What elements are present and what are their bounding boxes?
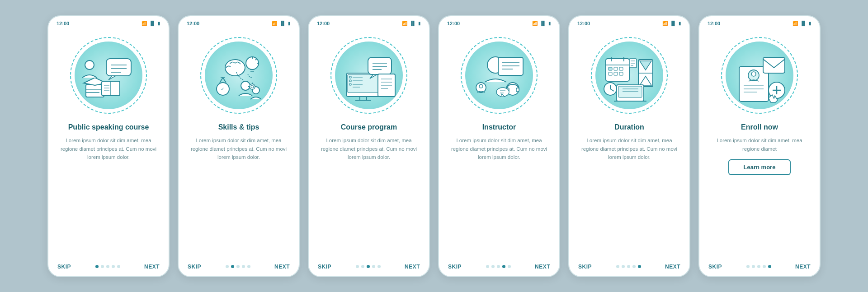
illustration-6 bbox=[717, 28, 802, 123]
skip-button-5[interactable]: SKIP bbox=[578, 264, 592, 270]
dot-2-2 bbox=[236, 265, 240, 268]
svg-point-94 bbox=[751, 72, 756, 76]
status-icons-1: 📶 ▐▌ ▮ bbox=[142, 21, 160, 26]
phone-body-4: Lorem ipsum dolor sit dim amet, mea regi… bbox=[448, 136, 550, 161]
wifi-icon: 📶 bbox=[272, 21, 277, 26]
dot-3-0 bbox=[356, 265, 359, 268]
next-button-4[interactable]: NEXT bbox=[535, 264, 550, 270]
illustration-5 bbox=[586, 28, 672, 123]
phone-content-2: Skills & tips Lorem ipsum dolor sit dim … bbox=[179, 123, 299, 258]
signal-icon: ▐▌ bbox=[410, 21, 416, 26]
skip-button-3[interactable]: SKIP bbox=[318, 264, 331, 270]
wifi-icon: 📶 bbox=[142, 21, 147, 26]
signal-icon: ▐▌ bbox=[540, 21, 546, 26]
phone-title-6: Enroll now bbox=[741, 123, 778, 132]
status-time-3: 12:00 bbox=[317, 21, 330, 26]
phone-content-5: Duration Lorem ipsum dolor sit dim amet,… bbox=[569, 123, 689, 258]
illustration-3 bbox=[326, 28, 412, 123]
signal-icon: ▐▌ bbox=[279, 21, 286, 26]
battery-icon: ▮ bbox=[548, 21, 551, 26]
phone-footer-5: SKIP NEXT bbox=[569, 258, 689, 276]
wifi-icon: 📶 bbox=[402, 21, 407, 26]
phone-body-2: Lorem ipsum dolor sit dim amet, mea regi… bbox=[188, 136, 290, 161]
phone-title-2: Skills & tips bbox=[218, 123, 259, 132]
status-time-2: 12:00 bbox=[187, 21, 199, 26]
status-icons-3: 📶 ▐▌ ▮ bbox=[402, 21, 421, 26]
dot-5-2 bbox=[627, 265, 630, 268]
dot-4-4 bbox=[508, 265, 511, 268]
pagination-dots-6 bbox=[746, 265, 771, 268]
dot-4-2 bbox=[497, 265, 500, 268]
status-time-5: 12:00 bbox=[577, 21, 590, 26]
phone-title-3: Course program bbox=[341, 123, 397, 132]
phone-4: 12:00 📶 ▐▌ ▮ bbox=[438, 15, 560, 277]
dot-2-0 bbox=[226, 265, 229, 268]
pagination-dots-2 bbox=[226, 265, 250, 268]
phone-6: 12:00 📶 ▐▌ ▮ bbox=[698, 15, 821, 277]
status-icons-2: 📶 ▐▌ ▮ bbox=[272, 21, 291, 26]
next-button-2[interactable]: NEXT bbox=[274, 264, 290, 270]
svg-rect-33 bbox=[348, 74, 379, 93]
phone-footer-4: SKIP NEXT bbox=[439, 258, 559, 276]
dot-3-4 bbox=[377, 265, 381, 268]
dot-2-4 bbox=[247, 265, 250, 268]
dot-2-3 bbox=[242, 265, 245, 268]
dot-3-3 bbox=[372, 265, 375, 268]
enroll-icon bbox=[723, 42, 796, 114]
phone-footer-1: SKIP NEXT bbox=[48, 258, 169, 276]
wifi-icon: 📶 bbox=[662, 21, 668, 26]
battery-icon: ▮ bbox=[288, 21, 291, 26]
phone-1: 12:00 📶 ▐▌ ▮ bbox=[47, 15, 170, 277]
status-icons-5: 📶 ▐▌ ▮ bbox=[662, 21, 681, 26]
skip-button-6[interactable]: SKIP bbox=[708, 264, 722, 270]
wifi-icon: 📶 bbox=[532, 21, 538, 26]
phone-footer-6: SKIP NEXT bbox=[699, 258, 820, 276]
signal-icon: ▐▌ bbox=[149, 21, 156, 26]
svg-rect-55 bbox=[498, 57, 523, 75]
skip-button-2[interactable]: SKIP bbox=[188, 264, 201, 270]
next-button-6[interactable]: NEXT bbox=[795, 264, 811, 270]
signal-icon: ▐▌ bbox=[800, 21, 807, 26]
phone-body-3: Lorem ipsum dolor sit dim amet, mea regi… bbox=[318, 136, 420, 161]
next-button-5[interactable]: NEXT bbox=[665, 264, 680, 270]
status-time-4: 12:00 bbox=[447, 21, 460, 26]
battery-icon: ▮ bbox=[809, 21, 811, 26]
svg-rect-44 bbox=[368, 57, 392, 74]
dot-1-0 bbox=[95, 265, 99, 268]
dot-4-0 bbox=[486, 265, 489, 268]
status-time-1: 12:00 bbox=[57, 21, 69, 26]
status-bar-4: 12:00 📶 ▐▌ ▮ bbox=[439, 16, 559, 28]
dot-6-4 bbox=[768, 265, 771, 268]
dot-3-1 bbox=[361, 265, 364, 268]
dot-5-3 bbox=[632, 265, 636, 268]
dot-1-3 bbox=[112, 265, 115, 268]
phone-body-5: Lorem ipsum dolor sit dim amet, mea regi… bbox=[578, 136, 680, 161]
dot-3-2 bbox=[367, 265, 370, 268]
illustration-2: ✓ bbox=[196, 28, 282, 123]
svg-point-24 bbox=[241, 81, 250, 90]
wifi-icon: 📶 bbox=[793, 21, 798, 26]
pagination-dots-3 bbox=[356, 265, 381, 268]
status-time-6: 12:00 bbox=[708, 21, 720, 26]
svg-rect-98 bbox=[763, 57, 785, 73]
phone-content-6: Enroll now Lorem ipsum dolor sit dim ame… bbox=[699, 123, 820, 258]
next-button-1[interactable]: NEXT bbox=[144, 264, 160, 270]
phone-body-6: Lorem ipsum dolor sit dim amet, mea regi… bbox=[708, 136, 811, 153]
learn-more-button[interactable]: Learn more bbox=[728, 159, 791, 175]
phone-content-4: Instructor Lorem ipsum dolor sit dim ame… bbox=[439, 123, 559, 258]
phone-content-1: Public speaking course Lorem ipsum dolor… bbox=[48, 123, 169, 258]
phone-title-1: Public speaking course bbox=[68, 123, 149, 132]
next-button-3[interactable]: NEXT bbox=[405, 264, 420, 270]
dot-1-1 bbox=[101, 265, 104, 268]
skip-button-4[interactable]: SKIP bbox=[448, 264, 462, 270]
illustration-4 bbox=[456, 28, 542, 123]
skip-button-1[interactable]: SKIP bbox=[57, 264, 71, 270]
pagination-dots-4 bbox=[486, 265, 511, 268]
phone-footer-3: SKIP NEXT bbox=[309, 258, 429, 276]
phone-2: 12:00 📶 ▐▌ ▮ bbox=[178, 15, 300, 277]
phone-5: 12:00 📶 ▐▌ ▮ bbox=[568, 15, 690, 277]
status-bar-1: 12:00 📶 ▐▌ ▮ bbox=[48, 16, 169, 28]
battery-icon: ▮ bbox=[679, 21, 681, 26]
svg-text:✓: ✓ bbox=[221, 87, 224, 92]
phone-content-3: Course program Lorem ipsum dolor sit dim… bbox=[309, 123, 429, 258]
